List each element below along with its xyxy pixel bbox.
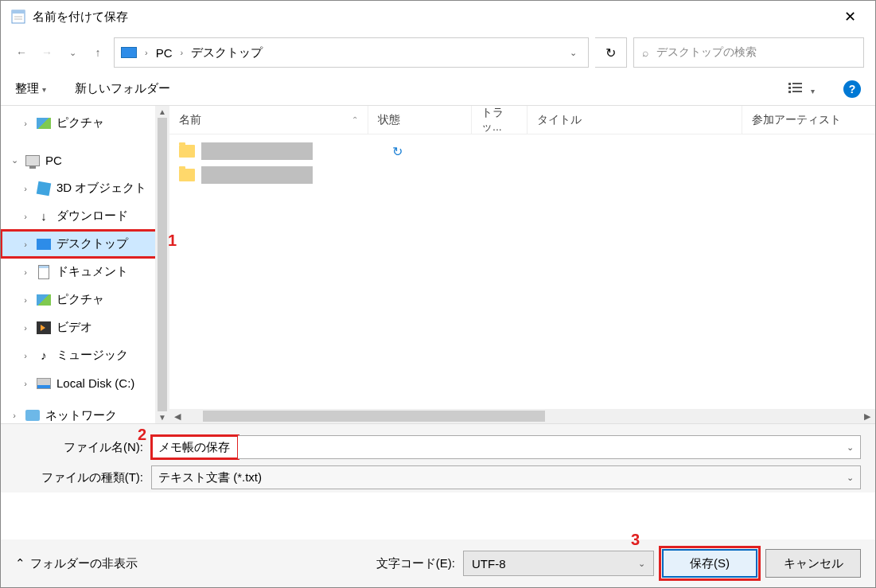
tree-item-[interactable]: ›↓ダウンロード (1, 202, 169, 230)
tree-item-[interactable]: ›♪ミュージック (1, 341, 169, 369)
scroll-thumb[interactable] (203, 411, 545, 422)
net-icon (25, 408, 41, 423)
tree-item-[interactable]: ›ドキュメント (1, 258, 169, 286)
expand-icon[interactable]: › (20, 323, 31, 333)
help-button[interactable]: ? (843, 80, 861, 98)
organize-menu[interactable]: 整理 ▾ (15, 81, 46, 96)
tree-item-label: ダウンロード (56, 208, 128, 224)
back-button[interactable]: ← (12, 43, 31, 62)
column-headers: 名前⌃ 状態 トラッ... タイトル 参加アーティスト (169, 106, 875, 134)
annotation-2: 2 (138, 426, 146, 444)
scroll-down-icon[interactable]: ▼ (158, 413, 166, 422)
expand-icon[interactable]: › (20, 119, 31, 128)
tree-item-3d[interactable]: ›3D オブジェクト (1, 174, 169, 202)
music-icon: ♪ (36, 349, 52, 363)
column-track[interactable]: トラッ... (472, 106, 528, 134)
folder-icon (179, 145, 195, 158)
tree-item-[interactable]: ›デスクトップ (1, 230, 169, 258)
list-item[interactable]: ↻ (179, 139, 866, 163)
expand-icon[interactable]: › (20, 239, 31, 249)
hide-folders-button[interactable]: ⌃ フォルダーの非表示 (15, 556, 138, 571)
scroll-left-icon[interactable]: ◀ (169, 411, 185, 422)
expand-icon[interactable]: ⌄ (9, 155, 20, 165)
address-dropdown[interactable]: ⌄ (565, 48, 582, 58)
up-button[interactable]: ↑ (88, 43, 107, 62)
annotation-1: 1 (168, 232, 177, 250)
window-title: 名前を付けて保存 (33, 10, 834, 25)
tree-item-[interactable]: ›ピクチャ (1, 286, 169, 313)
recent-button[interactable]: ⌄ (63, 43, 82, 62)
dropdown-icon[interactable]: ⌄ (847, 473, 854, 483)
expand-icon[interactable]: › (20, 351, 31, 360)
notepad-icon (10, 9, 26, 25)
pc-icon (25, 154, 41, 168)
tree-item-[interactable]: ›ネットワーク (1, 407, 169, 423)
svg-rect-4 (788, 83, 791, 85)
tree-item-label: ネットワーク (45, 408, 117, 423)
expand-icon[interactable]: › (9, 411, 20, 420)
toolbar: 整理 ▾ 新しいフォルダー ▾ ? (1, 72, 875, 106)
save-form: ファイル名(N): メモ帳の保存 ⌄ ファイルの種類(T): テキスト文書 (*… (1, 424, 875, 493)
filename-input[interactable]: メモ帳の保存 (151, 435, 239, 459)
svg-rect-5 (792, 83, 802, 84)
tree-item-label: Local Disk (C:) (56, 376, 134, 390)
filetype-select[interactable]: テキスト文書 (*.txt)⌄ (151, 465, 861, 489)
breadcrumb-folder[interactable]: デスクトップ (191, 45, 263, 60)
encoding-select[interactable]: UTF-8⌄ (463, 551, 654, 576)
folder-icon (179, 169, 195, 181)
search-input[interactable]: ⌕ デスクトップの検索 (633, 37, 864, 68)
tree-item-label: ミュージック (56, 348, 128, 363)
expand-icon[interactable]: › (20, 212, 31, 221)
tree-item-label: PC (45, 154, 62, 167)
address-bar[interactable]: › PC › デスクトップ ⌄ (114, 37, 589, 68)
folder-name-redacted (201, 142, 313, 160)
vid-icon (36, 321, 52, 335)
svg-rect-9 (792, 91, 802, 92)
filename-label: ファイル名(N): (15, 440, 146, 455)
column-status[interactable]: 状態 (368, 106, 472, 134)
folder-name-redacted (201, 166, 313, 184)
column-title[interactable]: タイトル (528, 106, 742, 134)
scroll-right-icon[interactable]: ▶ (859, 411, 875, 422)
tree-item-label: ビデオ (56, 320, 92, 335)
scroll-up-icon[interactable]: ▲ (158, 107, 166, 116)
save-button[interactable]: 保存(S) (662, 549, 757, 578)
svg-rect-7 (792, 87, 802, 88)
svg-rect-8 (788, 91, 791, 93)
refresh-button[interactable]: ↻ (595, 37, 627, 68)
dropdown-icon[interactable]: ⌄ (638, 559, 645, 569)
tree-item-[interactable]: ›ビデオ (1, 313, 169, 341)
tree-item-label: デスクトップ (56, 236, 128, 251)
img-icon (36, 116, 52, 130)
tree-scrollbar[interactable]: ▲ ▼ (155, 106, 169, 423)
chevron-up-icon: ⌃ (15, 556, 25, 570)
nav-bar: ← → ⌄ ↑ › PC › デスクトップ ⌄ ↻ ⌕ デスクトップの検索 (1, 33, 875, 72)
close-button[interactable]: ✕ (834, 8, 866, 25)
expand-icon[interactable]: › (20, 184, 31, 193)
tree-item-localdiskc[interactable]: ›Local Disk (C:) (1, 369, 169, 397)
horizontal-scrollbar[interactable]: ◀ ▶ (169, 409, 875, 423)
filetype-label: ファイルの種類(T): (15, 470, 146, 485)
column-artist[interactable]: 参加アーティスト (742, 106, 875, 134)
svg-rect-1 (12, 10, 25, 14)
encoding-label: 文字コード(E): (376, 556, 455, 571)
cube-icon (36, 181, 52, 196)
new-folder-button[interactable]: 新しいフォルダー (75, 81, 170, 96)
breadcrumb-pc[interactable]: PC (156, 46, 173, 60)
tree-item-pc[interactable]: ⌄PC (1, 146, 169, 174)
column-name[interactable]: 名前⌃ (169, 106, 368, 134)
expand-icon[interactable]: › (20, 379, 31, 388)
expand-icon[interactable]: › (20, 267, 31, 277)
list-item[interactable] (179, 163, 866, 187)
tree-item-[interactable]: ›ピクチャ (1, 109, 169, 137)
filename-input-rest[interactable]: ⌄ (238, 435, 861, 459)
breadcrumb-sep: › (177, 48, 187, 57)
expand-icon[interactable]: › (20, 295, 31, 305)
dropdown-icon[interactable]: ⌄ (847, 442, 854, 453)
view-menu[interactable]: ▾ (788, 81, 815, 96)
sync-icon: ↻ (392, 144, 403, 159)
folder-tree: ›ピクチャ⌄PC›3D オブジェクト›↓ダウンロード›デスクトップ›ドキュメント… (1, 106, 169, 423)
cancel-button[interactable]: キャンセル (765, 549, 861, 578)
bottom-bar: ⌃ フォルダーの非表示 文字コード(E): UTF-8⌄ 保存(S) キャンセル (1, 539, 875, 587)
file-list[interactable]: ↻ (169, 134, 875, 409)
